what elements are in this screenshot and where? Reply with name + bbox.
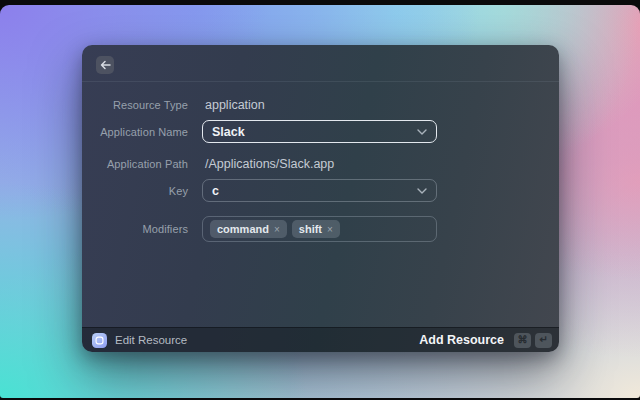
remove-chip-icon[interactable]: × bbox=[274, 224, 280, 235]
field-row-application-path: Application Path /Applications/Slack.app bbox=[82, 156, 559, 172]
field-row-resource-type: Resource Type application bbox=[82, 97, 559, 113]
modifier-chip-command[interactable]: command × bbox=[210, 220, 287, 238]
modifier-chip-shift[interactable]: shift × bbox=[292, 220, 340, 238]
key-label: Key bbox=[82, 185, 188, 197]
back-button[interactable] bbox=[96, 56, 114, 74]
desktop: Resource Type application Application Na… bbox=[0, 0, 640, 400]
mode-label: Edit Resource bbox=[115, 334, 187, 346]
return-key-icon: ↵ bbox=[535, 333, 552, 348]
modifiers-label: Modifiers bbox=[82, 223, 188, 235]
application-path-value: /Applications/Slack.app bbox=[205, 157, 334, 171]
window-footer: Edit Resource Add Resource ⌘ ↵ bbox=[82, 327, 559, 352]
modifier-chip-label: command bbox=[217, 223, 269, 235]
application-name-label: Application Name bbox=[82, 126, 188, 138]
chevron-down-icon bbox=[417, 129, 427, 135]
resource-type-label: Resource Type bbox=[82, 99, 188, 111]
remove-chip-icon[interactable]: × bbox=[327, 224, 333, 235]
application-name-value: Slack bbox=[212, 125, 245, 139]
window-header bbox=[82, 45, 559, 82]
chevron-down-icon bbox=[417, 188, 427, 194]
application-name-select[interactable]: Slack bbox=[202, 120, 437, 143]
key-value: c bbox=[212, 184, 219, 198]
field-row-application-name: Application Name Slack bbox=[82, 120, 559, 143]
application-path-label: Application Path bbox=[82, 158, 188, 170]
field-row-key: Key c bbox=[82, 179, 559, 202]
add-resource-button[interactable]: Add Resource bbox=[419, 333, 504, 347]
resource-type-value: application bbox=[205, 98, 265, 112]
app-logo-icon bbox=[92, 333, 107, 348]
command-key-icon: ⌘ bbox=[514, 333, 531, 348]
back-arrow-icon bbox=[100, 60, 111, 70]
key-select[interactable]: c bbox=[202, 179, 437, 202]
edit-resource-window: Resource Type application Application Na… bbox=[82, 45, 559, 352]
modifier-chip-label: shift bbox=[299, 223, 322, 235]
field-row-modifiers: Modifiers command × shift × bbox=[82, 216, 559, 242]
modifiers-input[interactable]: command × shift × bbox=[202, 216, 437, 242]
